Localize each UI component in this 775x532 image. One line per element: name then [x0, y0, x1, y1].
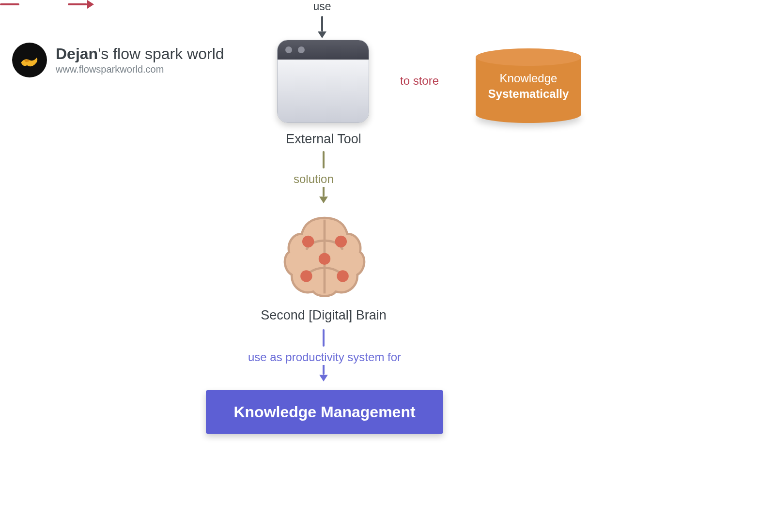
- svg-point-1: [302, 236, 314, 247]
- edge-label-to-store: to store: [398, 74, 441, 88]
- arrow-head-icon: [318, 31, 326, 38]
- edge-label-use: use: [313, 0, 331, 13]
- arrow-head-icon: [319, 197, 328, 203]
- edge-label-solution: solution: [291, 171, 337, 187]
- node-label-external-tool: External Tool: [246, 132, 401, 147]
- arrow-head-icon: [87, 0, 94, 9]
- window-dot-icon: [298, 46, 305, 53]
- arrow-shaft: [323, 186, 325, 197]
- arrow-shaft: [323, 151, 325, 168]
- brain-icon: [279, 213, 370, 300]
- svg-point-2: [335, 236, 347, 247]
- node-knowledge-management: Knowledge Management: [206, 390, 443, 434]
- window-titlebar: [278, 40, 369, 60]
- window-body: [278, 60, 369, 122]
- km-label: Knowledge Management: [233, 403, 415, 421]
- knowledge-cylinder: Knowledge Systematically: [476, 48, 581, 123]
- edge-label-productivity: use as productivity system for: [216, 350, 434, 365]
- brand-block: Dejan's flow spark world www.flowsparkwo…: [12, 43, 224, 77]
- cylinder-line2: Systematically: [488, 87, 569, 100]
- cylinder-text: Knowledge Systematically: [476, 71, 581, 102]
- arrow-to-store: [0, 0, 97, 9]
- arrow-shaft: [0, 3, 19, 5]
- external-tool-window-icon: [277, 40, 369, 123]
- diagram-canvas: Dejan's flow spark world www.flowsparkwo…: [0, 0, 775, 532]
- brand-url: www.flowsparkworld.com: [56, 64, 224, 75]
- brand-title: Dejan's flow spark world: [56, 45, 224, 63]
- arrow-head-icon: [319, 375, 328, 381]
- arrow-use: use: [308, 0, 337, 38]
- brand-logo-icon: [12, 43, 47, 77]
- arrow-shaft: [321, 16, 323, 31]
- cylinder-line1: Knowledge: [500, 72, 558, 85]
- brand-title-bold: Dejan: [56, 45, 98, 62]
- svg-point-5: [337, 270, 348, 282]
- cylinder-top: [476, 48, 581, 66]
- arrow-shaft: [323, 329, 325, 347]
- brand-title-rest: 's flow spark world: [98, 45, 224, 62]
- arrow-shaft: [323, 364, 325, 375]
- brand-text: Dejan's flow spark world www.flowsparkwo…: [56, 45, 224, 75]
- arrow-shaft: [68, 3, 87, 5]
- flame-hands-icon: [17, 48, 42, 72]
- node-label-second-brain: Second [Digital] Brain: [232, 308, 416, 323]
- svg-point-3: [319, 253, 330, 264]
- window-dot-icon: [285, 46, 292, 53]
- svg-point-4: [300, 270, 312, 282]
